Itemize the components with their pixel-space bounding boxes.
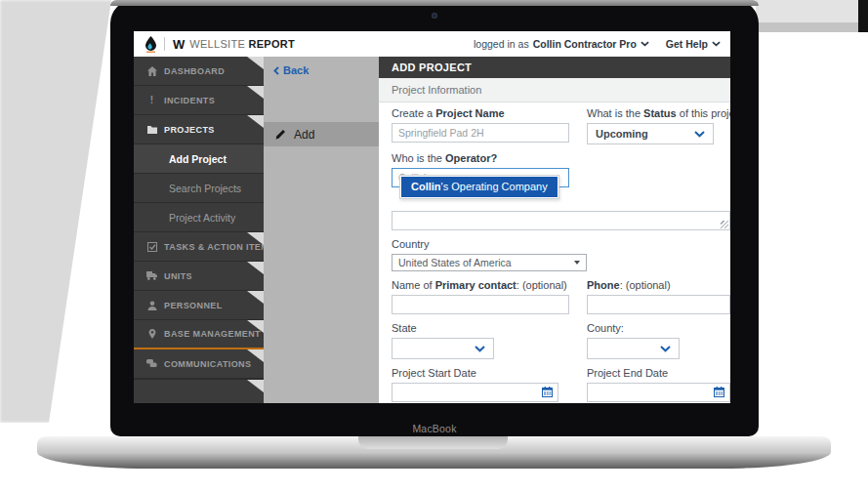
form-row: Who is the Operator? Collin's Operating … [392,152,730,187]
macbook-base-body [37,452,831,469]
county-group: County: [587,322,730,359]
wellsite-report-app: W WELLSITE REPORT logged in as Collin Co… [134,31,730,403]
fold-corner-icon [247,349,264,362]
sidebar-item-label: INCIDENTS [164,96,215,105]
user-menu[interactable]: logged in as Collin Contractor Pro [474,38,649,50]
folder-icon [146,125,157,134]
start-date-input[interactable] [392,383,558,402]
subnav-item-add[interactable]: Add [264,122,379,146]
user-name: Collin Contractor Pro [533,38,637,50]
sidebar-item-projects[interactable]: PROJECTS [134,115,264,144]
start-date-field [392,383,558,402]
home-icon [146,66,157,76]
checkbox-icon [146,242,157,252]
end-date-field [587,383,730,402]
background-corner [858,0,868,32]
macbook-lid: W WELLSITE REPORT logged in as Collin Co… [110,0,759,436]
form-row: Name of Primary contact: (optional) Phon… [392,279,730,314]
sidebar-subitem-label: Add Project [169,153,227,165]
end-date-input[interactable] [587,383,730,402]
sidebar-item-label: UNITS [164,271,192,281]
country-select[interactable]: United States of America [392,254,587,271]
county-select[interactable] [587,338,680,359]
chat-icon [146,359,157,368]
sidebar-item-units[interactable]: UNITS [134,262,264,291]
operator-group: Who is the Operator? Collin's Operating … [392,152,574,187]
autocomplete-option[interactable]: Collin's Operating Company [401,177,558,197]
phone-group: Phone: (optional) [587,279,730,314]
sidebar-subitem-search-projects[interactable]: Search Projects [134,174,264,203]
primary-contact-group: Name of Primary contact: (optional) [392,279,574,314]
sidebar-subitem-label: Project Activity [169,212,235,224]
macbook-base-notch [358,436,508,449]
sidebar-item-base-management[interactable]: BASE MANAGEMENT [134,320,264,349]
country-group: Country United States of America [392,238,587,271]
start-date-group: Project Start Date [392,367,574,402]
fold-corner-icon [247,262,264,274]
webcam-dot [432,13,437,19]
sidebar-item-label: PERSONNEL [164,301,223,310]
primary-contact-input[interactable] [392,295,569,314]
form-row [392,211,730,230]
fold-corner-icon [247,86,264,99]
calendar-icon[interactable] [714,387,724,397]
fold-corner-icon [247,291,264,304]
wellsite-mark-icon: W [173,37,184,52]
status-select[interactable]: Upcoming [587,123,714,144]
truck-icon [146,271,157,280]
background-band [756,0,868,22]
subnav-item-label: Add [294,128,314,142]
chevron-left-icon [273,66,279,75]
phone-label: Phone: (optional) [587,279,730,292]
sidebar-item-partial[interactable] [134,379,264,403]
background-band-dark [756,22,868,32]
start-date-label: Project Start Date [392,367,574,380]
fold-corner-icon [247,320,264,333]
sidebar-item-communications[interactable]: COMMUNICATIONS [134,349,264,379]
sidebar-item-tasks[interactable]: TASKS & ACTION ITEMS [134,232,264,262]
logged-in-label: logged in as [474,38,529,50]
sidebar-subitem-project-activity[interactable]: Project Activity [134,203,264,232]
state-select[interactable] [392,338,494,359]
operator-label: Who is the Operator? [392,152,574,165]
sidebar-subitem-add-project[interactable]: Add Project [134,144,264,174]
back-label: Back [283,64,309,76]
sidebar-item-label: DASHBOARD [164,66,225,76]
sidebar-item-dashboard[interactable]: DASHBOARD [134,57,264,86]
get-help-menu[interactable]: Get Help [666,38,721,50]
fold-corner-icon [247,115,264,128]
country-value: United States of America [398,257,512,268]
sidebar-item-personnel[interactable]: PERSONNEL [134,291,264,320]
end-date-label: Project End Date [587,367,730,380]
form-row: Project Start Date Project End Date [392,367,730,402]
project-name-group: Create a Project Name [392,107,574,144]
person-icon [146,301,157,310]
state-group: State [392,322,574,359]
section-header: Project Information [379,78,730,102]
sidebar-item-label: COMMUNICATIONS [164,359,251,369]
form-row: Country United States of America [392,238,730,271]
chevron-down-icon [641,41,649,47]
page-title: ADD PROJECT [379,57,730,78]
pencil-icon [275,129,286,140]
autocomplete-dropdown: Collin's Operating Company [399,175,559,199]
operator-notes-textarea[interactable] [392,211,730,230]
chevron-down-icon [660,346,671,352]
sidebar-item-incidents[interactable]: ! INCIDENTS [134,86,264,115]
back-button[interactable]: Back [264,57,379,84]
fold-corner-icon [247,380,264,392]
state-label: State [392,322,574,335]
content-area: ADD PROJECT Project Information Create a… [379,57,730,403]
fold-corner-icon [247,232,264,245]
pin-icon [146,329,157,339]
macbook-brand-label: MacBook [110,423,759,434]
project-name-input[interactable] [392,123,569,143]
chevron-down-icon [712,41,721,47]
calendar-icon[interactable] [542,387,553,397]
fold-corner-icon [247,57,264,69]
get-help-label: Get Help [666,38,708,50]
phone-input[interactable] [587,295,730,314]
header-right: logged in as Collin Contractor Pro Get H… [474,38,721,50]
primary-contact-label: Name of Primary contact: (optional) [392,279,574,292]
sidebar-subitem-label: Search Projects [169,183,241,194]
